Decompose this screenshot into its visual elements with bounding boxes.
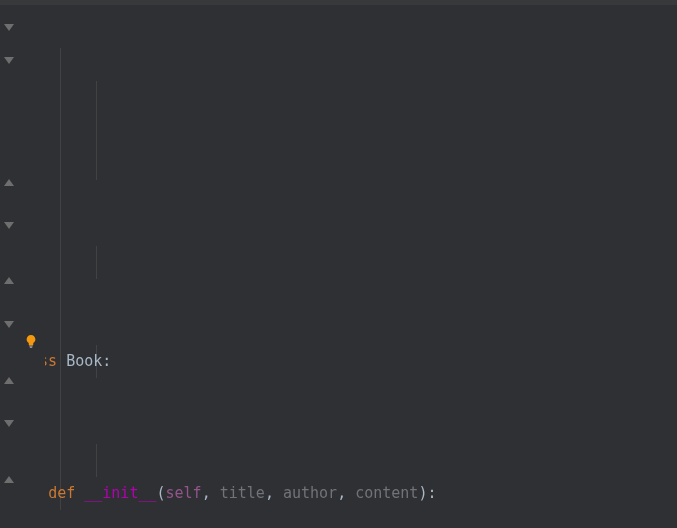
method-init: __init__ bbox=[84, 484, 156, 502]
fold-open-icon[interactable] bbox=[4, 23, 14, 33]
code-editor[interactable]: class Book: def __init__(self, title, au… bbox=[0, 0, 677, 528]
code-area[interactable]: class Book: def __init__(self, title, au… bbox=[12, 15, 677, 528]
indent-guide bbox=[96, 81, 97, 180]
fold-close-icon[interactable] bbox=[4, 275, 14, 285]
fold-close-icon[interactable] bbox=[4, 375, 14, 385]
class-name: Book bbox=[66, 352, 102, 370]
fold-open-icon[interactable] bbox=[4, 221, 14, 231]
svg-rect-0 bbox=[29, 346, 33, 347]
param-self: self bbox=[166, 484, 202, 502]
svg-marker-10 bbox=[4, 476, 14, 483]
svg-marker-5 bbox=[4, 222, 14, 229]
svg-marker-6 bbox=[4, 277, 14, 284]
fold-open-icon[interactable] bbox=[4, 56, 14, 66]
param-title: title bbox=[220, 484, 265, 502]
svg-marker-8 bbox=[4, 377, 14, 384]
indent-guide bbox=[96, 444, 97, 477]
svg-marker-7 bbox=[4, 321, 14, 328]
code-line[interactable]: def __init__(self, title, author, conten… bbox=[12, 477, 677, 510]
svg-marker-3 bbox=[4, 57, 14, 64]
lightbulb-icon[interactable] bbox=[24, 327, 38, 341]
indent-guide bbox=[96, 246, 97, 279]
param-author: author bbox=[283, 484, 337, 502]
code-line[interactable]: class Book: bbox=[12, 345, 677, 378]
indent-guide bbox=[60, 48, 61, 510]
svg-marker-9 bbox=[4, 420, 14, 427]
fold-open-icon[interactable] bbox=[4, 419, 14, 429]
svg-marker-2 bbox=[4, 24, 14, 31]
keyword-def: def bbox=[48, 484, 75, 502]
fold-close-icon[interactable] bbox=[4, 474, 14, 484]
svg-marker-4 bbox=[4, 179, 14, 186]
svg-rect-1 bbox=[30, 347, 33, 348]
param-content: content bbox=[355, 484, 418, 502]
fold-open-icon[interactable] bbox=[4, 320, 14, 330]
fold-close-icon[interactable] bbox=[4, 177, 14, 187]
editor-gutter bbox=[0, 5, 45, 528]
